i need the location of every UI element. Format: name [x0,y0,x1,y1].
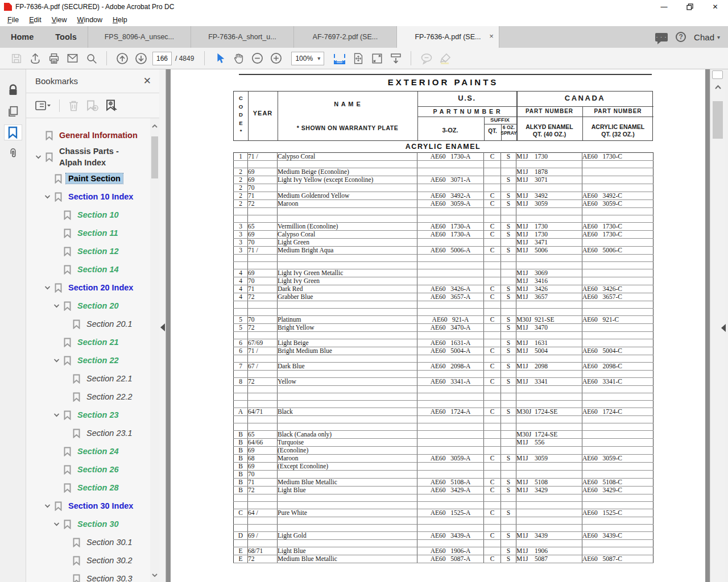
next-page-button[interactable] [131,51,150,66]
page-number-input[interactable]: 166 [152,52,172,65]
select-tool-button[interactable] [210,51,229,66]
menu-edit[interactable]: Edit [24,16,47,24]
tab-tools[interactable]: Tools [44,26,88,48]
save-button[interactable] [7,51,26,66]
bookmark-label[interactable]: Section 23 [75,410,121,420]
email-button[interactable] [63,51,82,66]
document-tab[interactable]: AF-7697-2.pdf (SE... [293,26,396,48]
scroll-up-icon[interactable] [151,120,158,131]
bookmark-label[interactable]: Section 26 [75,464,121,475]
scrollbar-top-button[interactable] [712,70,723,79]
bookmark-item[interactable]: Section 23.1 [26,424,150,442]
scroll-down-icon[interactable] [151,569,158,580]
bookmark-item[interactable]: Chassis Parts - Alpah Index [26,144,150,169]
zoom-in-button[interactable] [267,51,286,66]
bookmark-item[interactable]: Section 30.2 [26,551,150,569]
fullscreen-button[interactable] [367,51,386,66]
bookmark-label[interactable]: Section 21 [75,337,121,347]
document-tab[interactable]: FPS_8096-A_unsec... [88,26,191,48]
scrollbar-thumb[interactable] [151,136,158,178]
bookmark-label[interactable]: Section 28 [75,483,121,493]
minimize-button[interactable]: — [651,0,677,14]
close-panel-icon[interactable]: ✕ [143,75,151,87]
bookmark-label[interactable]: Section 22 [75,355,121,365]
bookmark-item[interactable]: Section 26 [26,460,150,479]
bookmark-label[interactable]: Paint Section [66,173,123,184]
page-thumbnails-rail-button[interactable] [5,104,22,119]
bookmark-item[interactable]: Section 10 Index [26,188,150,206]
bookmark-label[interactable]: Section 10 [75,210,121,220]
search-button[interactable] [82,51,101,66]
menu-view[interactable]: View [47,16,72,24]
chevron-down-icon[interactable] [35,155,46,159]
menu-file[interactable]: File [2,16,24,24]
bookmark-label[interactable]: Section 30 [75,519,121,529]
bookmark-item[interactable]: Section 30 [26,515,150,533]
bookmark-label[interactable]: Section 30.2 [84,555,135,566]
user-menu[interactable]: Chad ▾ [694,32,720,42]
bookmark-label[interactable]: Section 30.1 [84,537,135,547]
bookmark-label[interactable]: Section 14 [75,264,121,275]
bookmark-label[interactable]: Section 20 Index [66,282,135,293]
fit-page-button[interactable] [349,51,367,66]
menu-window[interactable]: Window [72,16,107,24]
close-tab-icon[interactable]: × [489,32,494,40]
attachments-rail-button[interactable] [5,146,22,161]
bookmarks-scrollbar[interactable] [150,118,159,582]
menu-help[interactable]: Help [107,16,133,24]
bookmark-item[interactable]: Section 28 [26,479,150,497]
bookmark-item[interactable]: Section 20 Index [26,278,150,297]
bookmark-label[interactable]: General Information [57,130,140,140]
restore-button[interactable] [677,0,702,14]
bookmark-item[interactable]: Section 14 [26,260,150,278]
bookmarks-rail-button[interactable] [5,125,22,140]
previous-page-button[interactable] [113,51,131,66]
zoom-level-select[interactable]: 100% ▾ [291,52,324,65]
bookmark-label[interactable]: Section 11 [75,228,120,238]
comment-tool-button[interactable] [417,51,436,66]
tab-home[interactable]: Home [0,26,44,48]
bookmark-label[interactable]: Section 24 [75,446,121,456]
bookmark-item[interactable]: Section 30 Index [26,497,150,515]
panel-splitter[interactable] [159,69,166,582]
bookmark-item[interactable]: Section 11 [26,224,150,242]
bookmark-item[interactable]: Section 30.1 [26,533,150,551]
bookmark-item[interactable]: Section 21 [26,333,150,351]
help-icon[interactable]: ? [676,32,686,42]
bookmark-item[interactable]: Section 12 [26,242,150,260]
bookmark-item[interactable]: Section 20.1 [26,315,150,333]
bookmark-label[interactable]: Section 22.2 [84,392,135,402]
bookmark-label[interactable]: Section 30.3 [84,573,135,582]
bookmark-label[interactable]: Section 20 [75,301,121,311]
delete-bookmark-button[interactable] [68,100,79,111]
bookmark-item[interactable]: Section 23 [26,406,150,424]
close-button[interactable]: ✕ [702,0,728,14]
collapse-panel-icon[interactable] [160,323,165,331]
bookmark-label[interactable]: Section 30 Index [66,501,135,511]
document-tab[interactable]: FP-7636-A_short_u... [191,26,293,48]
zoom-out-button[interactable] [248,51,267,66]
security-rail-button[interactable] [5,83,22,98]
bookmark-label[interactable]: Section 20.1 [84,319,135,329]
share-button[interactable] [26,51,44,66]
bookmark-item[interactable]: Section 22.2 [26,388,150,406]
bookmark-item[interactable]: Section 22 [26,351,150,369]
bookmark-options-button[interactable] [35,101,51,111]
bookmark-label[interactable]: Section 23.1 [84,428,135,438]
bookmark-label[interactable]: Section 22.1 [84,373,135,384]
expand-tools-pane-icon[interactable] [721,324,726,332]
scroll-up-icon[interactable] [714,82,722,92]
goto-bookmark-button[interactable] [106,99,119,111]
bookmark-item[interactable]: Section 20 [26,297,150,315]
chevron-down-icon[interactable] [53,358,64,363]
chevron-down-icon[interactable] [53,304,64,308]
document-viewport[interactable]: EXTERIOR PAINTS CODE* YEAR N A M E * SH [166,69,710,582]
chevron-down-icon[interactable] [44,285,55,290]
toolbar-options-button[interactable] [386,51,405,66]
chevron-down-icon[interactable] [44,504,55,508]
chevron-down-icon[interactable] [53,522,64,526]
scrollbar-thumb[interactable] [713,101,723,139]
fit-width-button[interactable] [330,51,349,66]
chevron-down-icon[interactable] [44,194,55,199]
bookmark-label[interactable]: Section 10 Index [66,192,135,202]
